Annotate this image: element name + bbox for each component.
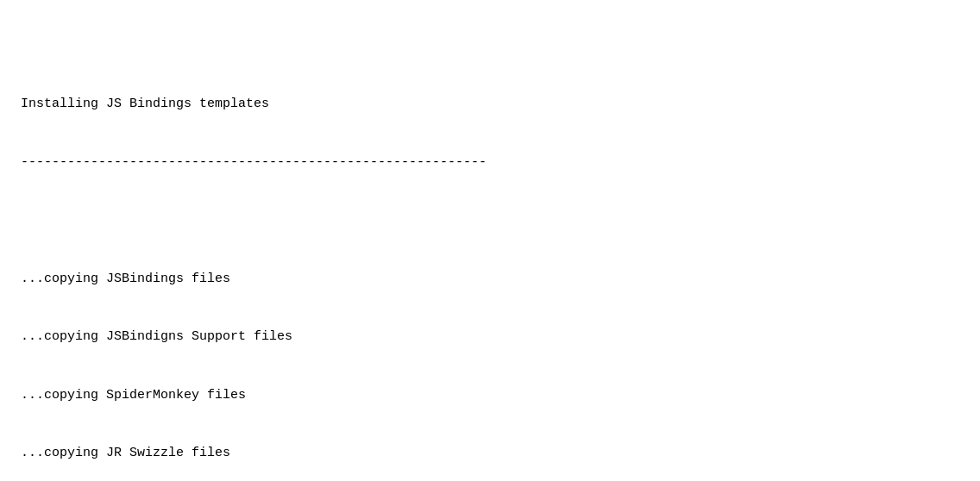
line-jsb-support: ...copying JSBindigns Support files (21, 328, 959, 347)
line-spidermonkey: ...copying SpiderMonkey files (21, 386, 959, 406)
empty-line-1 (21, 211, 959, 231)
line-jsb-files: ...copying JSBindings files (21, 270, 959, 290)
section1-separator: ----------------------------------------… (21, 153, 959, 173)
section1-header: Installing JS Bindings templates (21, 95, 959, 115)
terminal-output: Installing JS Bindings templates -------… (21, 17, 959, 481)
section-js-bindings: Installing JS Bindings templates -------… (21, 56, 959, 481)
line-jr-swizzle: ...copying JR Swizzle files (21, 444, 959, 464)
